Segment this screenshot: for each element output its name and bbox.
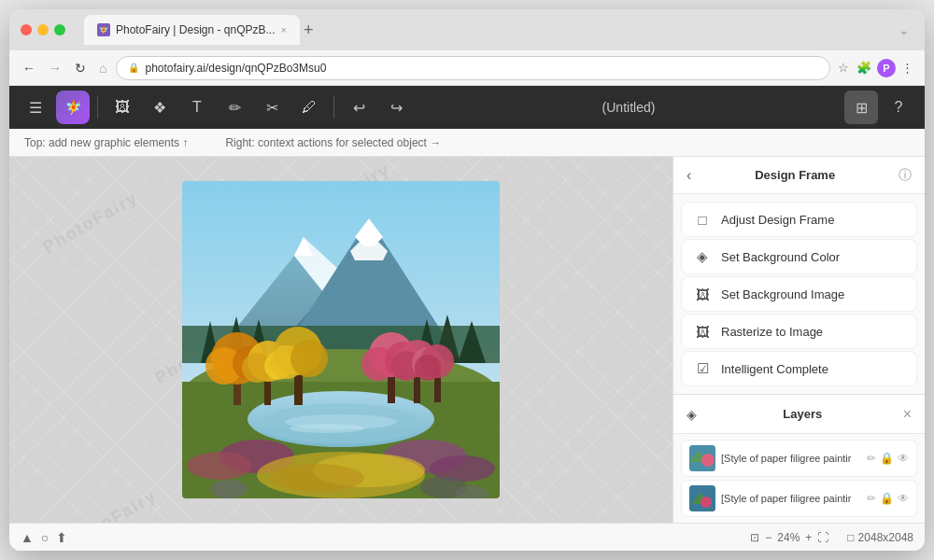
minimize-window-button[interactable] (37, 24, 49, 35)
help-button[interactable]: ? (882, 91, 915, 124)
layer-visibility-icon-2[interactable]: 👁 (898, 492, 909, 505)
top-hint: Top: add new graphic elements ↑ (24, 136, 188, 149)
intelligent-icon: ☑ (693, 359, 712, 378)
svg-point-57 (701, 454, 715, 467)
svg-point-46 (187, 452, 252, 480)
canvas-area[interactable]: PhotoFairy PhotoFairy PhotoFairy PhotoFa… (9, 157, 672, 523)
zoom-minus-button[interactable]: − (765, 531, 771, 544)
rasterize-button[interactable]: 🖼 Rasterize to Image (681, 314, 917, 349)
set-background-color-button[interactable]: ◈ Set Background Color (681, 239, 917, 274)
layers-panel-title: Layers (702, 407, 903, 421)
layer-edit-icon-2[interactable]: ✏ (867, 492, 876, 505)
reload-button[interactable]: ↻ (71, 59, 90, 77)
address-bar[interactable]: 🔒 photofairy.ai/design/qnQPzBo3Msu0 (116, 56, 830, 80)
toolbar-separator-2 (333, 96, 334, 119)
app-logo: 🧚 (56, 91, 90, 124)
layer-item[interactable]: [Style of paper filigree paintir ✏ 🔒 👁 (681, 440, 917, 477)
bg-color-label: Set Background Color (721, 250, 840, 264)
circle-tool[interactable]: ○ (41, 530, 49, 545)
layer-lock-icon-2[interactable]: 🔒 (880, 492, 894, 505)
forward-button[interactable]: → (45, 59, 65, 77)
draw-icon: ✏ (229, 99, 241, 117)
layer-thumbnail-2 (689, 485, 715, 511)
document-title: (Untitled) (417, 100, 841, 115)
redo-button[interactable]: ↪ (379, 91, 413, 124)
tab-bar: 🧚 PhotoFairy | Design - qnQPzB... × + (84, 15, 887, 45)
layers-panel: ◈ Layers × (673, 394, 925, 523)
stack-button[interactable]: ⊞ (844, 91, 878, 124)
browser-titlebar: 🧚 PhotoFairy | Design - qnQPzB... × + ⌄ (9, 9, 925, 50)
maximize-window-button[interactable] (54, 24, 65, 35)
cut-tool-button[interactable]: ✂ (255, 91, 289, 124)
active-tab[interactable]: 🧚 PhotoFairy | Design - qnQPzB... × (84, 15, 300, 45)
new-tab-button[interactable]: + (304, 21, 314, 38)
zoom-plus-button[interactable]: + (805, 531, 812, 544)
svg-point-21 (290, 424, 364, 433)
pen-tool-button[interactable]: 🖊 (292, 91, 326, 124)
tab-title: PhotoFairy | Design - qnQPzB... (116, 23, 276, 36)
status-bar: ▲ ○ ⬆ ⊡ − 24% + ⛶ □ 2048x2048 (9, 523, 925, 551)
zoom-controls: ⊡ − 24% + ⛶ (750, 531, 828, 544)
profile-icon[interactable]: P (877, 59, 896, 77)
draw-tool-button[interactable]: ✏ (218, 91, 251, 124)
intelligent-complete-button[interactable]: ☑ Intelligent Complete (681, 351, 917, 386)
rasterize-icon: 🖼 (693, 322, 712, 341)
layer-name-2: [Style of paper filigree paintir (721, 493, 861, 504)
expand-icon[interactable]: ⛶ (817, 531, 828, 544)
adjust-label: Adjust Design Frame (721, 213, 834, 227)
tab-close-button[interactable]: × (281, 24, 287, 35)
svg-point-51 (271, 464, 364, 492)
menu-button[interactable]: ☰ (19, 91, 52, 124)
svg-point-60 (700, 497, 712, 508)
image-tool-button[interactable]: 🖼 (106, 91, 139, 124)
layer-actions-1: ✏ 🔒 👁 (867, 452, 909, 465)
more-button[interactable]: ⋮ (899, 59, 915, 77)
stack-icon: ⊞ (856, 99, 868, 117)
text-icon: T (192, 99, 202, 116)
back-button[interactable]: ← (19, 59, 39, 77)
nav-actions: ☆ 🧩 P ⋮ (836, 59, 915, 77)
close-window-button[interactable] (21, 24, 32, 35)
design-frame-panel-items: □ Adjust Design Frame ◈ Set Background C… (673, 194, 925, 394)
cursor-tool[interactable]: ▲ (21, 530, 34, 545)
layers-icon: ❖ (153, 99, 166, 117)
tab-favicon: 🧚 (97, 23, 110, 36)
app-container: ☰ 🧚 🖼 ❖ T ✏ ✂ 🖊 (9, 86, 925, 551)
extensions-icon[interactable]: 🧩 (855, 59, 873, 77)
layer-edit-icon-1[interactable]: ✏ (867, 452, 876, 465)
design-frame-panel-title: Design Frame (691, 168, 899, 182)
undo-button[interactable]: ↩ (342, 91, 375, 124)
bg-image-label: Set Background Image (721, 287, 844, 301)
layers-tool-button[interactable]: ❖ (143, 91, 177, 124)
canvas-size: □ 2048x2048 (847, 531, 913, 544)
intelligent-label: Intelligent Complete (721, 362, 828, 376)
layer-visibility-icon-1[interactable]: 👁 (898, 452, 909, 465)
menu-icon: ☰ (29, 99, 42, 117)
svg-point-44 (415, 355, 441, 381)
lock-icon: 🔒 (128, 63, 139, 73)
bg-color-icon: ◈ (693, 247, 712, 266)
text-tool-button[interactable]: T (180, 91, 214, 124)
main-area: PhotoFairy PhotoFairy PhotoFairy PhotoFa… (9, 157, 925, 523)
app-toolbar: ☰ 🧚 🖼 ❖ T ✏ ✂ 🖊 (9, 86, 925, 129)
layer-lock-icon-1[interactable]: 🔒 (880, 452, 894, 465)
bookmark-icon[interactable]: ☆ (836, 59, 851, 77)
home-button[interactable]: ⌂ (95, 59, 110, 77)
toolbar-separator-1 (97, 96, 98, 119)
layers-close-button[interactable]: × (903, 406, 912, 423)
pen-icon: 🖊 (302, 99, 317, 116)
upload-tool[interactable]: ⬆ (56, 530, 67, 545)
layers-panel-header: ◈ Layers × (673, 395, 925, 434)
layer-actions-2: ✏ 🔒 👁 (867, 492, 909, 505)
panel-info-button[interactable]: ⓘ (899, 167, 912, 184)
canvas-image (182, 181, 500, 498)
browser-nav: ← → ↻ ⌂ 🔒 photofairy.ai/design/qnQPzBo3M… (9, 50, 925, 86)
zoom-level: 24% (777, 531, 800, 544)
set-background-image-button[interactable]: 🖼 Set Background Image (681, 276, 917, 312)
toolbar-right: ⊞ ? (844, 91, 915, 124)
layer-item[interactable]: [Style of paper filigree paintir ✏ 🔒 👁 (681, 480, 917, 517)
fit-icon[interactable]: ⊡ (750, 531, 759, 544)
adjust-design-frame-button[interactable]: □ Adjust Design Frame (681, 202, 917, 237)
right-hint: Right: context actions for selected obje… (225, 136, 441, 149)
more-options-button[interactable]: ⌄ (895, 21, 913, 39)
